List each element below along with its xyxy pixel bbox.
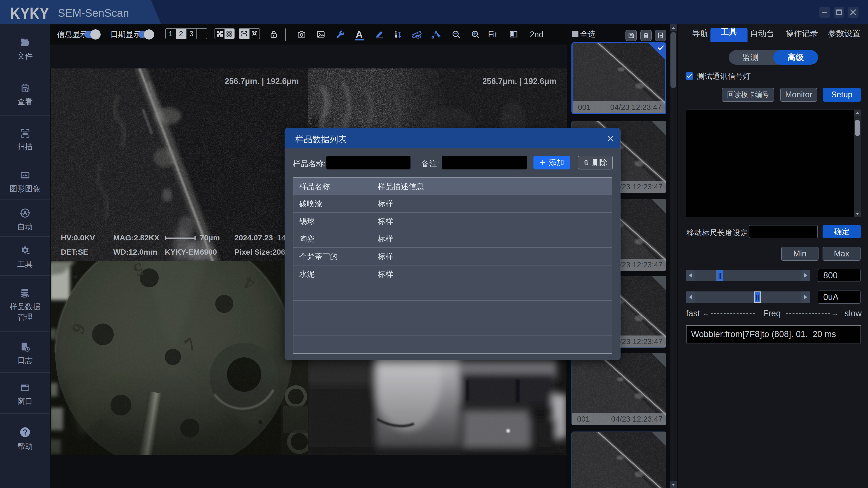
svg-text:KYKY: KYKY bbox=[10, 6, 49, 20]
